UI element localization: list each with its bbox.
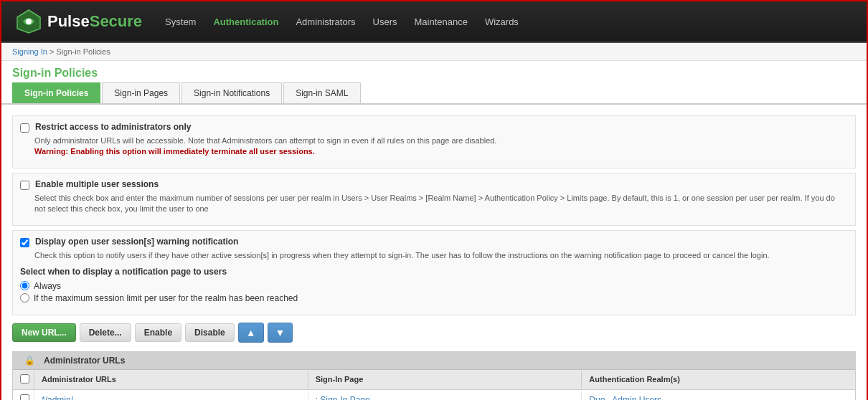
admin-row-url: */admin/: [34, 391, 308, 400]
logo-pulse: Pulse: [47, 12, 90, 30]
main-nav: System Authentication Administrators Use…: [164, 14, 520, 30]
admin-row-realm: Duo - Admin Users: [582, 391, 855, 400]
admin-realm-link[interactable]: Duo - Admin Users: [589, 395, 661, 400]
tabs: Sign-in Policies Sign-in Pages Sign-in N…: [1, 82, 867, 105]
radio-section: Select when to display a notification pa…: [20, 267, 848, 303]
admin-select-all[interactable]: [20, 374, 29, 384]
nav-maintenance[interactable]: Maintenance: [412, 14, 468, 30]
radio-max-session[interactable]: [20, 293, 29, 303]
multiple-sessions-checkbox[interactable]: [20, 181, 29, 190]
nav-administrators[interactable]: Administrators: [294, 14, 357, 30]
radio-always-label: Always: [34, 281, 61, 291]
radio-section-label: Select when to display a notification pa…: [20, 267, 848, 277]
disable-button[interactable]: Disable: [185, 323, 235, 342]
display-warning-checkbox[interactable]: [20, 238, 29, 247]
svg-point-1: [26, 19, 32, 24]
restrict-admin-label: Restrict access to administrators only: [35, 122, 191, 132]
admin-col-check: [13, 370, 34, 389]
delete-button[interactable]: Delete...: [80, 323, 131, 342]
nav-wizards[interactable]: Wizards: [483, 14, 520, 30]
move-up-button[interactable]: ▲: [238, 323, 264, 343]
admin-col-realm: Authentication Realm(s): [582, 371, 855, 388]
logo-text: PulseSecure: [47, 12, 142, 31]
move-down-button[interactable]: ▼: [268, 323, 293, 343]
checkbox-section-1: Restrict access to administrators only O…: [12, 115, 856, 168]
logo-secure: Secure: [90, 12, 142, 30]
admin-table-title-row: 🔒 Administrator URLs: [13, 352, 855, 370]
display-warning-description: Check this option to notify users if the…: [34, 250, 848, 261]
enable-button[interactable]: Enable: [135, 323, 181, 342]
tab-signin-pages[interactable]: Sign-in Pages: [102, 82, 180, 103]
admin-table: 🔒 Administrator URLs Administrator URLs …: [12, 351, 856, 400]
tab-signin-policies[interactable]: Sign-in Policies: [12, 82, 100, 103]
logo: PulseSecure: [16, 9, 142, 34]
admin-table-header: Administrator URLs Sign-In Page Authenti…: [13, 370, 855, 390]
restrict-admin-warning: Warning: Enabling this option will immed…: [34, 147, 315, 156]
tab-signin-saml[interactable]: Sign-in SAML: [283, 82, 360, 103]
checkbox-section-2: Enable multiple user sessions Select thi…: [12, 173, 856, 226]
checkbox-section-3: Display open user session[s] warning not…: [12, 230, 856, 315]
content-area: Restrict access to administrators only O…: [1, 112, 867, 400]
multiple-sessions-description: Select this check box and enter the maxi…: [34, 193, 848, 215]
admin-row-checkbox[interactable]: [20, 394, 29, 400]
display-warning-label: Display open user session[s] warning not…: [35, 237, 238, 247]
admin-url-link[interactable]: */admin/: [42, 395, 73, 400]
page-title: Sign-in Policies: [1, 61, 867, 82]
button-row: New URL... Delete... Enable Disable ▲ ▼: [12, 323, 856, 343]
nav-system[interactable]: System: [164, 14, 197, 30]
logo-icon: [16, 9, 42, 34]
restrict-admin-description: Only administrator URLs will be accessib…: [34, 135, 848, 158]
multiple-sessions-label: Enable multiple user sessions: [35, 179, 159, 189]
header: PulseSecure System Authentication Admini…: [1, 1, 867, 43]
admin-table-icon: 🔒: [19, 356, 40, 366]
admin-col-url: Administrator URLs: [34, 371, 308, 388]
radio-max-session-label: If the maximum session limit per user fo…: [34, 293, 298, 303]
breadcrumb-current: Sign-in Policies: [56, 47, 110, 56]
admin-table-title: Administrator URLs: [44, 356, 125, 366]
admin-row-check: [13, 390, 34, 400]
tab-signin-notifications[interactable]: Sign-in Notifications: [181, 82, 282, 103]
new-url-button[interactable]: New URL...: [12, 323, 76, 342]
nav-authentication[interactable]: Authentication: [212, 14, 280, 30]
table-row: */admin/ : Sign-In Page Duo - Admin User…: [13, 390, 855, 400]
admin-row-signin: : Sign-In Page: [308, 391, 582, 400]
admin-col-signin: Sign-In Page: [308, 371, 582, 388]
breadcrumb-link[interactable]: Signing In: [12, 47, 47, 56]
nav-users[interactable]: Users: [372, 14, 399, 30]
admin-signin-link[interactable]: : Sign-In Page: [316, 395, 370, 400]
restrict-admin-checkbox[interactable]: [20, 123, 29, 133]
radio-always[interactable]: [20, 281, 29, 290]
breadcrumb: Signing In > Sign-in Policies: [1, 43, 867, 61]
